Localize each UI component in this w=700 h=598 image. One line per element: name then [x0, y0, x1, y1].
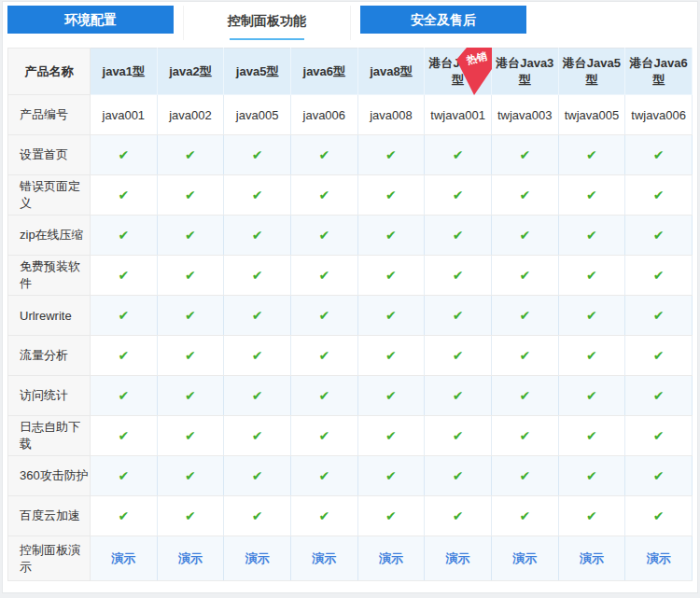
demo-cell: 演示: [91, 536, 158, 581]
table-header: 产品名称java1型java2型java5型java6型java8型港台Java…: [8, 49, 693, 95]
feature-cell: ✔: [625, 376, 693, 416]
feature-cell: ✔: [558, 216, 625, 256]
feature-cell: ✔: [425, 256, 492, 296]
tab-security-aftersales[interactable]: 安全及售后: [360, 6, 526, 34]
feature-cell: ✔: [357, 336, 425, 376]
feature-cell: ✔: [290, 336, 357, 376]
demo-link[interactable]: 演示: [111, 551, 135, 565]
demo-link[interactable]: 演示: [647, 551, 671, 565]
feature-cell: ✔: [224, 496, 291, 536]
feature-cell: ✔: [224, 456, 291, 496]
table-row: 流量分析✔✔✔✔✔✔✔✔✔: [8, 336, 693, 376]
check-icon: ✔: [252, 508, 263, 523]
check-icon: ✔: [185, 428, 196, 443]
check-icon: ✔: [385, 428, 397, 443]
feature-cell: ✔: [357, 216, 425, 256]
feature-cell: ✔: [357, 456, 425, 496]
feature-cell: ✔: [157, 175, 224, 216]
table-body: 产品编号java001java002java005java006java008t…: [8, 95, 693, 581]
product-code: java008: [370, 108, 413, 122]
check-icon: ✔: [385, 308, 397, 323]
feature-cell: ✔: [157, 376, 224, 416]
check-icon: ✔: [519, 468, 530, 483]
check-icon: ✔: [453, 508, 464, 523]
check-icon: ✔: [185, 508, 196, 523]
check-icon: ✔: [252, 268, 263, 283]
check-icon: ✔: [385, 228, 397, 243]
feature-cell: ✔: [357, 175, 425, 216]
check-icon: ✔: [252, 188, 263, 202]
feature-cell: ✔: [625, 296, 693, 336]
row-label: 访问统计: [8, 376, 91, 416]
table-row: 控制面板演示演示演示演示演示演示演示演示演示演示: [8, 536, 693, 581]
feature-cell: ✔: [625, 216, 693, 256]
feature-cell: ✔: [224, 416, 291, 456]
column-header: 港台Java3型: [491, 49, 558, 95]
column-header: 港台Java1型热销: [425, 49, 492, 95]
table-row: 日志自助下载✔✔✔✔✔✔✔✔✔: [8, 416, 693, 456]
feature-cell: ✔: [558, 135, 625, 175]
feature-cell: ✔: [157, 416, 224, 456]
demo-link[interactable]: 演示: [580, 551, 604, 565]
product-code-cell: java008: [357, 95, 425, 135]
tab-environment-config[interactable]: 环境配置: [7, 6, 174, 34]
row-label: 错误页面定义: [8, 175, 91, 216]
demo-link[interactable]: 演示: [446, 551, 470, 565]
table-wrapper: 产品名称java1型java2型java5型java6型java8型港台Java…: [7, 48, 693, 581]
row-label: 百度云加速: [8, 496, 91, 536]
demo-link[interactable]: 演示: [312, 551, 336, 565]
check-icon: ✔: [185, 268, 196, 283]
feature-cell: ✔: [491, 336, 558, 376]
feature-cell: ✔: [224, 336, 291, 376]
tab-control-panel-features[interactable]: 控制面板功能: [183, 6, 351, 40]
demo-link[interactable]: 演示: [512, 551, 537, 565]
check-icon: ✔: [586, 468, 597, 483]
table-row: zip在线压缩✔✔✔✔✔✔✔✔✔: [8, 216, 693, 256]
demo-cell: 演示: [357, 536, 425, 581]
check-icon: ✔: [653, 348, 665, 363]
check-icon: ✔: [185, 468, 196, 483]
check-icon: ✔: [653, 308, 665, 323]
check-icon: ✔: [385, 348, 397, 363]
check-icon: ✔: [252, 348, 263, 363]
check-icon: ✔: [118, 468, 129, 483]
check-icon: ✔: [185, 308, 196, 323]
feature-cell: ✔: [157, 135, 224, 175]
feature-cell: ✔: [625, 416, 693, 456]
product-code: twjava003: [497, 108, 553, 122]
product-code-cell: twjava003: [491, 95, 558, 135]
check-icon: ✔: [318, 388, 329, 403]
check-icon: ✔: [653, 228, 665, 243]
feature-cell: ✔: [558, 336, 625, 376]
check-icon: ✔: [252, 308, 263, 323]
check-icon: ✔: [519, 388, 530, 403]
product-code-cell: twjava006: [625, 95, 693, 135]
check-icon: ✔: [453, 188, 464, 202]
feature-cell: ✔: [425, 296, 492, 336]
row-label: 流量分析: [8, 336, 91, 376]
feature-cell: ✔: [357, 296, 425, 336]
feature-cell: ✔: [157, 216, 224, 256]
check-icon: ✔: [519, 188, 530, 202]
feature-cell: ✔: [224, 296, 291, 336]
feature-cell: ✔: [425, 216, 492, 256]
check-icon: ✔: [318, 508, 329, 523]
feature-cell: ✔: [491, 296, 558, 336]
demo-link[interactable]: 演示: [379, 551, 403, 565]
check-icon: ✔: [185, 147, 196, 162]
check-icon: ✔: [185, 228, 196, 243]
check-icon: ✔: [653, 388, 665, 403]
demo-link[interactable]: 演示: [178, 551, 203, 565]
feature-cell: ✔: [157, 336, 224, 376]
check-icon: ✔: [252, 428, 263, 443]
demo-link[interactable]: 演示: [245, 551, 270, 565]
product-code: java001: [103, 108, 146, 122]
feature-cell: ✔: [91, 456, 158, 496]
check-icon: ✔: [385, 147, 397, 162]
check-icon: ✔: [118, 348, 129, 363]
demo-cell: 演示: [625, 536, 693, 581]
column-header-label: java2型: [169, 64, 212, 78]
check-icon: ✔: [586, 308, 597, 323]
check-icon: ✔: [453, 147, 464, 162]
feature-cell: ✔: [425, 496, 492, 536]
